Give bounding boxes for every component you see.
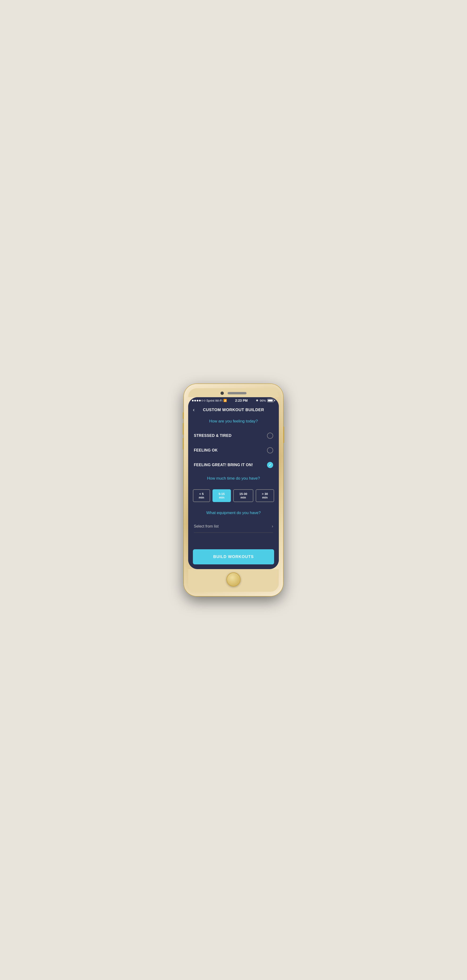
bluetooth-icon: ✱ <box>256 399 258 402</box>
time-question: How much time do you have? <box>188 472 279 485</box>
option-stressed[interactable]: STRESSED & TIRED <box>188 428 279 443</box>
time-btn-30[interactable]: 15-30 min <box>233 489 253 502</box>
status-left: Sprint Wi-Fi 📶 <box>192 399 227 402</box>
phone-screen: Sprint Wi-Fi 📶 2:23 PM ✱ 96% ‹ CUSTOM <box>188 397 279 569</box>
phone-frame: Sprint Wi-Fi 📶 2:23 PM ✱ 96% ‹ CUSTOM <box>184 384 283 596</box>
signal-dot-3 <box>197 400 198 401</box>
mute-button[interactable] <box>183 412 184 419</box>
feeling-question: How are you feeling today? <box>188 415 279 428</box>
option-ok[interactable]: FEELING OK <box>188 443 279 458</box>
battery-body <box>267 399 274 402</box>
volume-up-button[interactable] <box>183 423 184 435</box>
option-ok-label: FEELING OK <box>194 448 218 452</box>
chevron-right-icon: › <box>272 524 273 529</box>
battery-icon <box>267 399 275 402</box>
status-time: 2:23 PM <box>235 399 248 402</box>
signal-dot-2 <box>194 400 196 401</box>
spacer <box>188 533 279 546</box>
build-workouts-button[interactable]: BUILD WORKOUTS <box>193 549 274 565</box>
equipment-question: What equipment do you have? <box>188 507 279 520</box>
status-bar: Sprint Wi-Fi 📶 2:23 PM ✱ 96% <box>188 397 279 404</box>
option-great-label: FEELING GREAT! BRING IT ON! <box>194 463 253 467</box>
app-header: ‹ CUSTOM WORKOUT BUILDER <box>188 404 279 415</box>
battery-fill <box>268 399 273 401</box>
time-btn-15[interactable]: 5-15 min <box>213 489 231 502</box>
camera-icon <box>221 391 224 395</box>
speaker-icon <box>227 392 246 395</box>
back-button[interactable]: ‹ <box>193 407 195 413</box>
home-button[interactable] <box>226 573 241 587</box>
time-btn-30plus[interactable]: > 30 min <box>256 489 274 502</box>
option-stressed-label: STRESSED & TIRED <box>194 434 232 438</box>
option-great[interactable]: FEELING GREAT! BRING IT ON! <box>188 458 279 472</box>
battery-tip <box>274 400 275 401</box>
phone-bottom <box>188 569 279 592</box>
power-button[interactable] <box>283 426 284 443</box>
option-great-radio[interactable] <box>267 462 273 468</box>
signal-dot-5 <box>202 400 203 401</box>
time-buttons-group: < 5 min 5-15 min 15-30 min > 30 min <box>188 485 279 507</box>
signal-dot-4 <box>199 400 201 401</box>
status-right: ✱ 96% <box>256 399 275 402</box>
signal-dot-6 <box>204 400 205 401</box>
option-ok-radio[interactable] <box>267 447 273 453</box>
time-btn-5[interactable]: < 5 min <box>193 489 210 502</box>
volume-down-button[interactable] <box>183 438 184 450</box>
option-stressed-radio[interactable] <box>267 433 273 439</box>
wifi-icon: 📶 <box>223 399 227 402</box>
app-screen: ‹ CUSTOM WORKOUT BUILDER How are you fee… <box>188 404 279 569</box>
carrier-label: Sprint Wi-Fi <box>206 399 222 402</box>
signal-dot-1 <box>192 400 194 401</box>
phone-top-bar <box>188 388 279 397</box>
signal-dots <box>192 400 205 401</box>
page-title: CUSTOM WORKOUT BUILDER <box>193 407 274 412</box>
select-from-list-label: Select from list <box>194 524 219 528</box>
battery-percent: 96% <box>260 399 266 402</box>
equipment-select[interactable]: Select from list › <box>188 520 279 533</box>
